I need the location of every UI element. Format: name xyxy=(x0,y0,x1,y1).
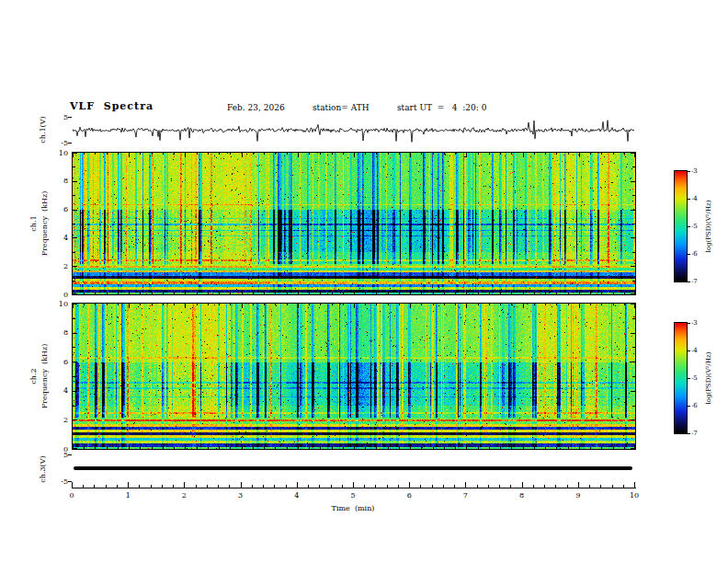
x-tick-mark xyxy=(499,485,500,488)
x-axis-title: Time (min) xyxy=(307,504,399,513)
colorbar1-tick-label: -3 xyxy=(691,167,706,176)
x-tick-mark xyxy=(229,485,230,488)
ch1-voltage-axis-label: ch.1(V) xyxy=(39,116,48,143)
x-tick-mark xyxy=(308,485,309,488)
ch2-spectrogram-canvas xyxy=(72,303,636,450)
ch1-ymax-label: 5 xyxy=(51,113,68,122)
colorbar2-tick-mark xyxy=(688,378,690,379)
colorbar1-tick-mark xyxy=(688,199,690,200)
colorbar1-tick-label: -6 xyxy=(691,250,706,259)
ch1-ymin-label: -5 xyxy=(51,139,68,148)
header-date: Feb. 23, 2026 xyxy=(227,103,285,112)
x-tick-mark xyxy=(286,485,287,488)
spec2-frequency-axis-label: Frequency (kHz) xyxy=(40,344,50,409)
x-tick-mark xyxy=(375,485,376,488)
x-tick-mark xyxy=(465,482,466,488)
spec1-ytick-label: 6 xyxy=(51,205,68,213)
colorbar1-canvas xyxy=(674,170,688,282)
colorbar2-tick-label: -7 xyxy=(691,430,706,438)
x-tick-mark xyxy=(128,482,129,488)
ch3-voltage-axis-label: ch.3(V) xyxy=(39,455,48,482)
ch1-spectrogram-canvas xyxy=(72,152,636,295)
plot-title: VLF Spectra xyxy=(70,100,154,112)
ch3-flat-trace xyxy=(74,466,632,470)
colorbar2-tick-mark xyxy=(688,323,690,324)
x-tick-mark xyxy=(72,482,73,488)
colorbar1-tick-mark xyxy=(688,282,690,282)
colorbar2-tick-label: -6 xyxy=(691,402,706,410)
x-tick-mark xyxy=(331,485,332,488)
x-tick-mark xyxy=(173,485,174,488)
x-tick-label: 10 xyxy=(625,491,643,500)
x-tick-mark xyxy=(398,485,399,488)
ch1-waveform-canvas xyxy=(73,117,635,144)
x-tick-mark xyxy=(94,485,95,488)
x-tick-mark xyxy=(139,485,140,488)
x-tick-label: 4 xyxy=(288,491,306,500)
x-tick-label: 1 xyxy=(119,491,137,500)
x-tick-mark xyxy=(533,485,534,488)
ch1-ytick-mark xyxy=(68,117,72,118)
x-tick-mark xyxy=(555,485,556,488)
x-tick-mark xyxy=(634,482,635,488)
x-tick-mark xyxy=(567,485,568,488)
ch1-ytick-mark xyxy=(68,143,72,144)
colorbar1-tick-label: -4 xyxy=(691,195,706,203)
spec1-ytick-label: 0 xyxy=(51,291,68,299)
spec2-ytick-label: 2 xyxy=(51,416,68,424)
x-tick-label: 0 xyxy=(63,491,81,500)
x-axis-line xyxy=(72,488,636,488)
x-tick-label: 8 xyxy=(513,491,531,500)
colorbar2-tick-mark xyxy=(688,406,690,407)
x-tick-label: 6 xyxy=(400,491,418,500)
spec2-ytick-label: 0 xyxy=(51,445,68,454)
ch3-ytick-mark xyxy=(68,454,72,455)
x-tick-mark xyxy=(252,485,253,488)
spec1-ytick-label: 10 xyxy=(51,149,68,157)
spec1-channel-label: ch.1 xyxy=(29,215,39,231)
ch3-ytick-mark xyxy=(68,481,72,482)
x-tick-mark xyxy=(196,485,197,488)
x-tick-label: 9 xyxy=(569,491,587,500)
spec2-ytick-label: 8 xyxy=(51,328,68,337)
spec2-ytick-label: 10 xyxy=(51,300,68,308)
x-tick-mark xyxy=(522,482,523,488)
spec1-ytick-label: 2 xyxy=(51,262,68,270)
x-tick-mark xyxy=(106,485,107,488)
colorbar1-tick-label: -7 xyxy=(691,278,706,286)
colorbar2-tick-mark xyxy=(688,433,690,434)
x-tick-mark xyxy=(544,485,545,488)
x-tick-mark xyxy=(117,485,118,488)
x-tick-mark xyxy=(600,485,601,488)
x-tick-mark xyxy=(151,485,152,488)
x-tick-mark xyxy=(477,485,478,488)
colorbar1-tick-label: -5 xyxy=(691,223,706,231)
header-start-ut: start UT = 4 :20: 0 xyxy=(397,103,486,112)
vlf-spectra-plot: VLF Spectra Feb. 23, 2026 station= ATH s… xyxy=(0,0,728,563)
colorbar1-tick-mark xyxy=(688,171,690,172)
x-tick-mark xyxy=(241,482,242,488)
x-tick-mark xyxy=(207,485,208,488)
x-tick-mark xyxy=(353,482,354,488)
x-tick-mark xyxy=(454,485,455,488)
colorbar2-tick-mark xyxy=(688,350,690,351)
header-station: station= ATH xyxy=(313,103,370,112)
colorbar2-canvas xyxy=(674,322,688,434)
x-tick-label: 2 xyxy=(175,491,193,500)
spec2-ytick-label: 6 xyxy=(51,358,68,366)
colorbar1-tick-mark xyxy=(688,254,690,255)
x-tick-mark xyxy=(162,485,163,488)
spec2-channel-label: ch.2 xyxy=(29,368,39,384)
x-tick-mark xyxy=(443,485,444,488)
x-tick-mark xyxy=(488,485,489,488)
x-tick-label: 7 xyxy=(456,491,474,500)
colorbar2-tick-label: -4 xyxy=(691,347,706,355)
spec1-ytick-label: 4 xyxy=(51,234,68,242)
x-tick-mark xyxy=(420,485,421,488)
x-tick-mark xyxy=(83,485,84,488)
spec2-ytick-label: 4 xyxy=(51,386,68,395)
x-tick-mark xyxy=(387,485,388,488)
x-tick-mark xyxy=(432,485,433,488)
ch3-ymin-label: -5 xyxy=(51,477,68,487)
x-tick-mark xyxy=(612,485,613,488)
